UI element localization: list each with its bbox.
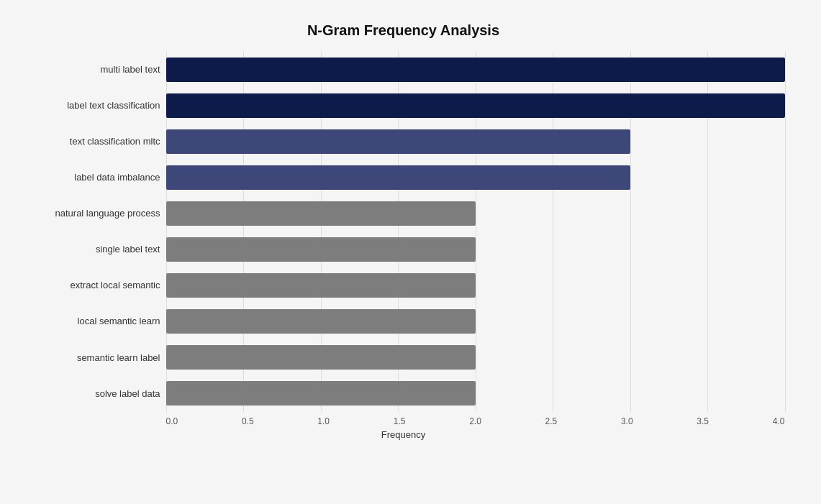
bar-row	[166, 162, 785, 193]
bar	[166, 273, 476, 298]
bars-and-grid	[166, 52, 785, 412]
grid-line	[785, 52, 786, 412]
bar	[166, 93, 785, 118]
x-tick: 4.0	[773, 416, 785, 426]
chart-area: multi label textlabel text classificatio…	[22, 52, 785, 440]
y-label: semantic learn label	[22, 352, 160, 364]
x-tick: 2.5	[545, 416, 558, 426]
y-label: local semantic learn	[22, 316, 160, 327]
chart-container: N-Gram Frequency Analysis multi label te…	[15, 8, 807, 497]
bar	[166, 345, 476, 370]
bar-row	[166, 378, 785, 408]
x-ticks: 0.00.51.01.52.02.53.03.54.0	[166, 416, 785, 426]
bars-rows	[166, 52, 785, 412]
y-label: solve label data	[22, 388, 160, 400]
x-tick: 0.0	[166, 416, 178, 426]
bar-row	[166, 270, 785, 301]
y-label: label text classification	[22, 100, 160, 111]
x-tick: 2.0	[469, 416, 481, 426]
bar-row	[166, 55, 785, 85]
bar-row	[166, 342, 785, 372]
y-label: single label text	[22, 244, 160, 255]
x-tick: 1.5	[394, 416, 406, 426]
bar-row	[166, 198, 785, 229]
x-tick: 3.0	[621, 416, 633, 426]
bar-row	[166, 306, 785, 336]
y-label: natural language process	[22, 208, 160, 219]
bar	[166, 381, 476, 406]
bar	[166, 58, 785, 82]
y-label: multi label text	[22, 64, 160, 75]
x-tick: 1.0	[317, 416, 330, 426]
bar	[166, 129, 630, 154]
bar	[166, 309, 476, 334]
bar-row	[166, 127, 785, 157]
y-label: extract local semantic	[22, 280, 160, 291]
y-label: text classification mltc	[22, 136, 160, 147]
y-label: label data imbalance	[22, 172, 160, 183]
bar	[166, 237, 476, 262]
bar	[166, 165, 630, 190]
x-tick: 3.5	[697, 416, 709, 426]
bars-section: multi label textlabel text classificatio…	[22, 52, 785, 412]
x-tick: 0.5	[242, 416, 254, 426]
chart-title: N-Gram Frequency Analysis	[22, 22, 785, 39]
x-axis: 0.00.51.01.52.02.53.03.54.0	[22, 416, 785, 426]
bar-row	[166, 234, 785, 265]
y-labels: multi label textlabel text classificatio…	[22, 52, 166, 412]
x-axis-label: Frequency	[22, 429, 785, 440]
bar	[166, 201, 476, 226]
bar-row	[166, 91, 785, 121]
